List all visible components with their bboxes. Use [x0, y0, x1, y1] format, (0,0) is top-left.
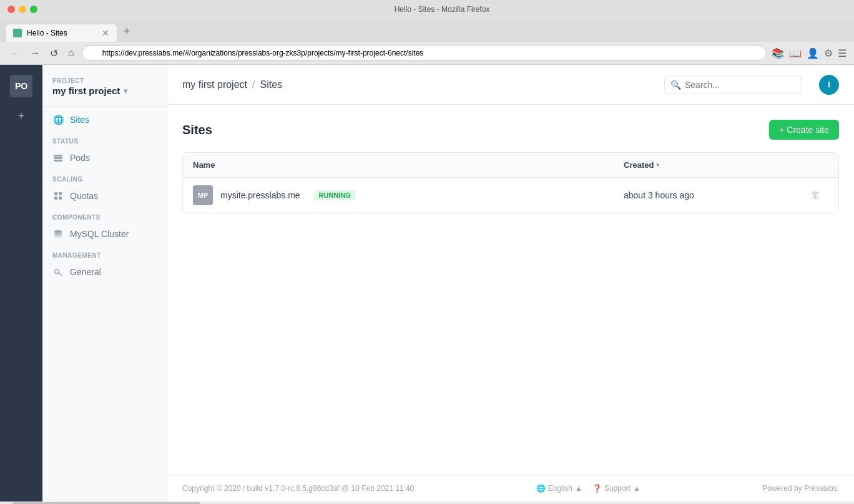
- sites-table: Name Created ▾ MP mysite.presslabs.me: [182, 152, 839, 213]
- status-section-label: STATUS: [42, 130, 167, 147]
- project-chevron-icon: ▾: [124, 87, 127, 95]
- search-wrapper: 🔍: [664, 75, 802, 94]
- sidebar-item-mysql[interactable]: MySQL Cluster: [42, 223, 167, 245]
- footer-language-label: English: [548, 484, 572, 493]
- new-tab-button[interactable]: +: [117, 21, 137, 42]
- column-header-created[interactable]: Created ▾: [614, 153, 801, 177]
- browser-tabs: Hello - Sites ✕ +: [0, 19, 854, 42]
- app-main: my first project / Sites 🔍 I Sites + Cre…: [167, 65, 854, 502]
- footer-support[interactable]: ❓ Support ▲: [592, 484, 640, 493]
- settings-icon[interactable]: ⚙: [824, 47, 833, 59]
- svg-rect-6: [59, 196, 62, 200]
- site-avatar: MP: [193, 185, 213, 205]
- table-row: MP mysite.presslabs.me RUNNING about 3 h…: [183, 178, 838, 213]
- sidebar-item-pods[interactable]: Pods: [42, 147, 167, 168]
- address-bar[interactable]: [82, 46, 767, 61]
- traffic-light-yellow[interactable]: [19, 6, 26, 13]
- sort-arrow-icon: ▾: [656, 162, 659, 168]
- project-header: PROJECT my first project ▾: [42, 75, 167, 104]
- traffic-light-red[interactable]: [7, 6, 15, 13]
- browser-title: Hello - Sites - Mozilla Firefox: [37, 5, 847, 14]
- sidebar-dark: PO +: [0, 65, 42, 502]
- search-icon: 🔍: [670, 80, 681, 90]
- account-icon[interactable]: 👤: [807, 47, 819, 59]
- site-status-badge: RUNNING: [314, 190, 356, 200]
- footer-language-selector[interactable]: 🌐 English ▲: [536, 484, 582, 493]
- breadcrumb-page-title: Sites: [260, 79, 282, 90]
- svg-rect-1: [54, 157, 62, 159]
- footer-language-arrow: ▲: [575, 484, 582, 493]
- site-name-cell: MP mysite.presslabs.me RUNNING: [183, 178, 614, 213]
- home-button[interactable]: ⌂: [66, 46, 77, 60]
- globe-icon: 🌐: [52, 114, 64, 125]
- support-circle-icon: ❓: [592, 484, 602, 493]
- site-actions-cell: 🗑: [801, 182, 838, 208]
- tab-favicon: [13, 29, 22, 37]
- site-created-cell: about 3 hours ago: [614, 183, 801, 208]
- site-name[interactable]: mysite.presslabs.me: [220, 190, 300, 200]
- add-org-button[interactable]: +: [12, 107, 30, 125]
- svg-rect-2: [54, 160, 62, 162]
- footer-support-label: Support: [604, 484, 631, 493]
- sidebar-item-sites[interactable]: 🌐 Sites: [42, 109, 167, 130]
- page-title: Sites: [182, 123, 212, 137]
- app-content: Sites + Create site Name Created ▾: [167, 105, 854, 475]
- footer-powered-by: Powered by Presslabs.: [762, 484, 839, 493]
- address-wrapper: 🔍: [82, 46, 767, 61]
- svg-rect-4: [59, 192, 62, 195]
- delete-site-button[interactable]: 🗑: [811, 190, 821, 201]
- footer-center: 🌐 English ▲ ❓ Support ▲: [536, 484, 640, 493]
- sidebar-item-sites-label: Sites: [70, 115, 89, 125]
- sidebar-item-general[interactable]: General: [42, 261, 167, 283]
- column-header-name: Name: [183, 153, 614, 177]
- sidebar-light: PROJECT my first project ▾ 🌐 Sites STATU…: [42, 65, 167, 502]
- quotas-icon: [52, 190, 64, 201]
- sidebar-item-general-label: General: [70, 267, 101, 277]
- create-site-button[interactable]: + Create site: [769, 120, 839, 140]
- footer-support-arrow: ▲: [633, 484, 640, 493]
- app-container: PO + PROJECT my first project ▾ 🌐 Sites …: [0, 65, 854, 502]
- breadcrumb: my first project / Sites: [182, 79, 282, 90]
- table-header: Name Created ▾: [183, 153, 838, 178]
- globe-footer-icon: 🌐: [536, 484, 546, 493]
- svg-rect-0: [54, 155, 62, 157]
- reader-icon[interactable]: 📖: [789, 47, 802, 59]
- sidebar-item-quotas[interactable]: Quotas: [42, 185, 167, 206]
- footer-copyright: Copyright © 2020 / build v1.7.0-rc.8.5.g…: [182, 484, 414, 493]
- horizontal-scrollbar[interactable]: [0, 502, 854, 504]
- pods-icon: [52, 152, 64, 163]
- back-button[interactable]: ←: [7, 46, 22, 60]
- browser-addressbar: ← → ↺ ⌂ 🔍 📚 📖 👤 ⚙ ☰: [0, 42, 854, 64]
- forward-button[interactable]: →: [27, 46, 42, 60]
- traffic-lights: [7, 6, 37, 13]
- menu-icon[interactable]: ☰: [838, 47, 847, 59]
- breadcrumb-project[interactable]: my first project: [182, 79, 247, 90]
- key-icon: [52, 266, 64, 278]
- project-name[interactable]: my first project ▾: [52, 85, 157, 96]
- refresh-button[interactable]: ↺: [47, 46, 61, 61]
- management-section-label: MANAGEMENT: [42, 245, 167, 261]
- bookmarks-icon[interactable]: 📚: [772, 47, 784, 59]
- tab-close-button[interactable]: ✕: [102, 28, 109, 38]
- browser-titlebar: Hello - Sites - Mozilla Firefox: [0, 0, 854, 19]
- sidebar-item-mysql-label: MySQL Cluster: [70, 229, 129, 239]
- scaling-section-label: SCALING: [42, 168, 167, 185]
- org-avatar[interactable]: PO: [10, 75, 32, 97]
- browser-tab-active[interactable]: Hello - Sites ✕: [5, 24, 117, 42]
- column-header-actions: [801, 153, 838, 177]
- search-input[interactable]: [664, 75, 802, 94]
- browser-toolbar-right: 📚 📖 👤 ⚙ ☰: [772, 47, 847, 59]
- app-footer: Copyright © 2020 / build v1.7.0-rc.8.5.g…: [167, 475, 854, 502]
- app-header: my first project / Sites 🔍 I: [167, 65, 854, 105]
- sidebar-divider-1: [42, 106, 167, 107]
- user-avatar[interactable]: I: [819, 75, 839, 95]
- content-header: Sites + Create site: [182, 120, 839, 140]
- project-label: PROJECT: [52, 77, 157, 84]
- sidebar-item-quotas-label: Quotas: [70, 191, 98, 201]
- project-name-text: my first project: [52, 85, 120, 96]
- svg-rect-3: [54, 192, 57, 195]
- mysql-icon: [52, 228, 64, 240]
- svg-rect-5: [54, 196, 57, 200]
- traffic-light-green[interactable]: [30, 6, 37, 13]
- components-section-label: COMPONENTS: [42, 206, 167, 223]
